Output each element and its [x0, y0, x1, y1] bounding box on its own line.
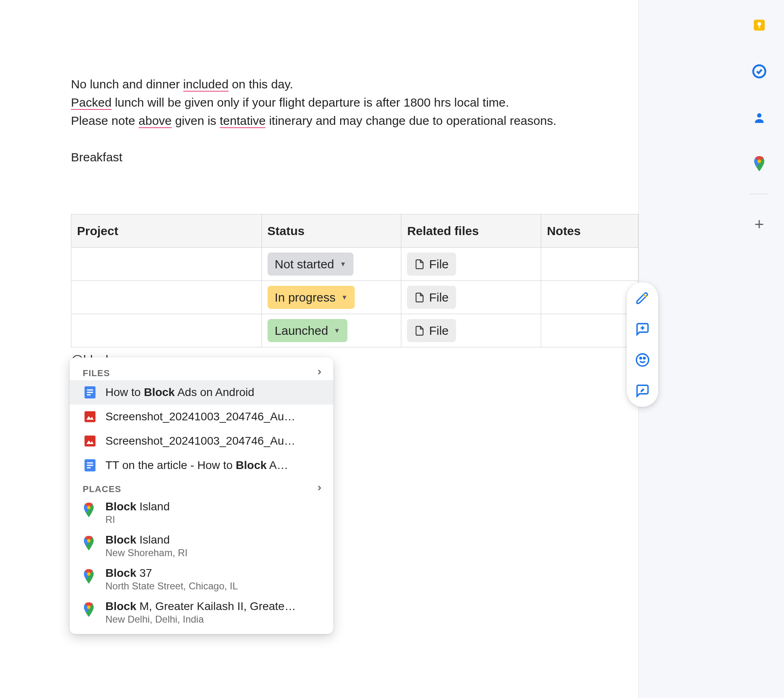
cell-notes[interactable] — [541, 281, 638, 314]
file-icon — [414, 291, 425, 304]
place-subtitle: North State Street, Chicago, IL — [105, 580, 238, 592]
place-subtitle: RI — [105, 514, 170, 525]
paragraph-2[interactable]: Packed lunch will be given only if your … — [71, 93, 638, 111]
smart-chips-suggestion-popup[interactable]: FILES How to Block Ads on Android Screen… — [70, 358, 333, 634]
cell-status[interactable]: Not started ▼ — [261, 248, 401, 281]
popup-section-places[interactable]: PLACES — [70, 481, 333, 496]
place-subtitle: New Shoreham, RI — [105, 547, 188, 559]
status-chip-launched[interactable]: Launched ▼ — [268, 319, 348, 342]
chevron-down-icon: ▼ — [334, 326, 340, 336]
svg-rect-11 — [87, 467, 91, 469]
chevron-right-icon — [315, 368, 323, 379]
paragraph-3[interactable]: Please note above given is tentative iti… — [71, 111, 638, 130]
column-header-notes[interactable]: Notes — [541, 214, 638, 248]
text: itinerary and may change due to operatio… — [266, 114, 556, 127]
image-file-icon — [83, 434, 97, 448]
maps-pin-icon — [83, 569, 97, 584]
maps-icon[interactable] — [751, 156, 767, 172]
suggestion-item-file[interactable]: Screenshot_20241003_204746_Au… — [70, 405, 333, 429]
section-label: FILES — [83, 368, 110, 379]
svg-point-24 — [758, 159, 761, 163]
status-label: Launched — [275, 321, 328, 340]
spellcheck-underline[interactable]: included — [183, 77, 229, 92]
cell-status[interactable]: Launched ▼ — [261, 314, 401, 347]
google-doc-icon — [83, 385, 97, 400]
suggestion-item-place[interactable]: Block Island RI — [70, 496, 333, 529]
cell-project[interactable] — [71, 248, 262, 281]
file-chip-label: File — [429, 288, 448, 306]
maps-pin-icon — [83, 536, 97, 550]
column-header-project[interactable]: Project — [71, 214, 262, 248]
svg-point-20 — [644, 358, 645, 359]
svg-point-13 — [87, 539, 90, 542]
file-chip[interactable]: File — [407, 319, 456, 342]
status-chip-not-started[interactable]: Not started ▼ — [268, 253, 354, 276]
suggestion-item-file[interactable]: Screenshot_20241003_204746_Au… — [70, 429, 333, 453]
plus-icon: + — [754, 216, 764, 232]
suggestion-item-place[interactable]: Block Island New Shoreham, RI — [70, 529, 333, 563]
suggestion-text: TT on the article - How to Block A… — [105, 459, 323, 472]
table-row[interactable]: Not started ▼ File — [71, 248, 638, 281]
cell-related-files[interactable]: File — [401, 281, 541, 314]
document-body[interactable]: No lunch and dinner included on this day… — [71, 75, 638, 369]
chevron-down-icon: ▼ — [340, 259, 346, 269]
place-subtitle: New Delhi, Delhi, India — [105, 614, 296, 625]
keep-icon[interactable] — [751, 17, 767, 33]
add-comment-icon[interactable] — [635, 322, 650, 336]
suggest-edits-icon[interactable] — [635, 383, 650, 398]
cell-status[interactable]: In progress ▼ — [261, 281, 401, 314]
text: lunch will be given only if your flight … — [111, 96, 509, 109]
blank-line — [71, 130, 638, 148]
spellcheck-underline[interactable]: tentative — [220, 114, 266, 128]
file-chip[interactable]: File — [407, 286, 456, 309]
place-title: Block 37 — [105, 567, 238, 580]
cell-related-files[interactable]: File — [401, 248, 541, 281]
svg-rect-6 — [85, 436, 96, 447]
text: Please note — [71, 114, 139, 127]
svg-point-14 — [87, 572, 90, 576]
table-row[interactable]: Launched ▼ File — [71, 314, 638, 347]
text: on this day. — [229, 77, 293, 91]
column-header-related[interactable]: Related files — [401, 214, 541, 248]
suggestion-item-file[interactable]: How to Block Ads on Android — [70, 380, 333, 405]
text: given is — [172, 114, 220, 127]
file-chip-label: File — [429, 321, 448, 340]
popup-section-files[interactable]: FILES — [70, 365, 333, 380]
status-label: Not started — [275, 255, 334, 273]
status-chip-in-progress[interactable]: In progress ▼ — [268, 286, 355, 309]
emoji-icon[interactable] — [635, 353, 650, 367]
project-tracker-table[interactable]: Project Status Related files Notes Not s… — [71, 214, 638, 347]
svg-point-19 — [640, 358, 642, 359]
place-title: Block Island — [105, 500, 170, 513]
suggestion-item-place[interactable]: Block 37 North State Street, Chicago, IL — [70, 563, 333, 596]
chevron-right-icon — [315, 484, 323, 495]
text: No lunch and dinner — [71, 77, 183, 91]
pencil-icon[interactable] — [635, 291, 650, 306]
table-row[interactable]: In progress ▼ File — [71, 281, 638, 314]
add-addon-icon[interactable]: + — [751, 216, 767, 232]
tasks-icon[interactable] — [751, 63, 767, 79]
spellcheck-underline[interactable]: Packed — [71, 96, 111, 110]
svg-rect-9 — [87, 462, 93, 464]
paragraph-4[interactable]: Breakfast — [71, 148, 638, 166]
cell-notes[interactable] — [541, 248, 638, 281]
paragraph-1[interactable]: No lunch and dinner included on this day… — [71, 75, 638, 93]
cell-project[interactable] — [71, 314, 262, 347]
spellcheck-underline[interactable]: above — [139, 114, 172, 128]
svg-rect-10 — [87, 465, 93, 466]
suggestion-item-place[interactable]: Block M, Greater Kailash II, Greate… New… — [70, 596, 333, 629]
file-icon — [414, 258, 425, 271]
svg-point-23 — [757, 113, 762, 118]
status-label: In progress — [275, 288, 336, 306]
suggestion-item-file[interactable]: TT on the article - How to Block A… — [70, 453, 333, 477]
rail-separator — [750, 194, 769, 194]
cell-project[interactable] — [71, 281, 262, 314]
cell-related-files[interactable]: File — [401, 314, 541, 347]
file-chip[interactable]: File — [407, 253, 456, 276]
place-title: Block Island — [105, 533, 188, 546]
maps-pin-icon — [83, 602, 97, 617]
column-header-status[interactable]: Status — [261, 214, 401, 248]
suggestion-text: Screenshot_20241003_204746_Au… — [105, 435, 323, 447]
cell-notes[interactable] — [541, 314, 638, 347]
contacts-icon[interactable] — [751, 109, 767, 126]
